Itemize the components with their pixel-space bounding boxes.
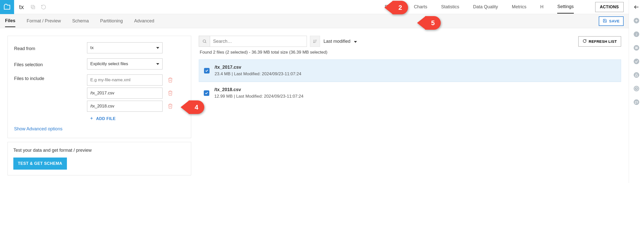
- info-icon[interactable]: i: [633, 31, 640, 37]
- svg-rect-0: [32, 6, 35, 9]
- save-button-label: SAVE: [609, 19, 620, 23]
- nav-data-quality[interactable]: Data Quality: [473, 1, 498, 13]
- file-pattern-input[interactable]: [87, 74, 163, 86]
- tab-schema[interactable]: Schema: [72, 15, 89, 27]
- files-selection-label: Files selection: [14, 61, 87, 67]
- files-to-include-label: Files to include: [14, 74, 87, 81]
- nav-statistics[interactable]: Statistics: [441, 1, 459, 13]
- sort-icon: [310, 36, 320, 47]
- sort-label: Last modified: [324, 39, 350, 44]
- chevron-down-icon: [156, 47, 159, 49]
- included-file-2[interactable]: /tx_2018.csv: [87, 101, 163, 112]
- callout-4: 4: [189, 100, 204, 114]
- svg-text:i: i: [636, 32, 637, 36]
- lab-icon[interactable]: [633, 72, 640, 78]
- refresh-icon: [583, 39, 587, 44]
- check-circle-icon[interactable]: [633, 58, 640, 65]
- callout-5: 5: [425, 16, 441, 30]
- file-name: /tx_2017.csv: [215, 65, 301, 70]
- right-sidebar: i: [629, 0, 644, 183]
- search-input[interactable]: [210, 39, 307, 44]
- file-list-status: Found 2 files (2 selected) - 36.39 MB to…: [199, 50, 621, 55]
- add-file-button[interactable]: ADD FILE: [87, 116, 185, 121]
- add-circle-icon[interactable]: [633, 17, 640, 24]
- back-arrow-icon[interactable]: [633, 4, 640, 10]
- nav-history[interactable]: H: [540, 1, 543, 13]
- svg-line-5: [205, 42, 206, 43]
- svg-rect-1: [31, 5, 34, 8]
- trash-icon[interactable]: [168, 90, 173, 96]
- sort-dropdown[interactable]: Last modified: [310, 36, 357, 47]
- actions-button[interactable]: ACTIONS: [595, 2, 624, 12]
- save-icon: [603, 19, 607, 24]
- read-from-label: Read from: [14, 45, 87, 51]
- included-file-1[interactable]: /tx_2017.csv: [87, 88, 163, 99]
- file-checkbox[interactable]: [204, 68, 210, 73]
- chevron-down-icon: [354, 39, 357, 44]
- copy-icon[interactable]: [30, 4, 36, 10]
- trash-icon[interactable]: [168, 103, 173, 109]
- test-get-schema-button[interactable]: TEST & GET SCHEMA: [13, 158, 67, 170]
- test-description: Test your data and get format / preview: [13, 148, 185, 153]
- test-panel: Test your data and get format / preview …: [8, 142, 191, 175]
- svg-point-19: [634, 59, 639, 64]
- chat-icon[interactable]: [633, 99, 640, 105]
- nav-settings[interactable]: Settings: [557, 1, 574, 14]
- trash-icon[interactable]: [168, 77, 173, 83]
- svg-point-20: [634, 72, 639, 78]
- file-meta: 12.99 MB | Last Modified: 2024/09/23-11:…: [214, 94, 303, 99]
- refresh-list-button[interactable]: REFRESH LIST: [578, 36, 621, 47]
- app-logo[interactable]: [0, 0, 14, 14]
- tab-format-preview[interactable]: Format / Preview: [27, 15, 61, 27]
- file-meta: 23.4 MB | Last Modified: 2024/09/23-11:0…: [215, 71, 301, 76]
- page-title: tx: [19, 4, 24, 11]
- file-name: /tx_2018.csv: [214, 87, 303, 92]
- file-checkbox[interactable]: [204, 90, 209, 96]
- file-row[interactable]: /tx_2017.csv 23.4 MB | Last Modified: 20…: [199, 59, 621, 82]
- add-file-label: ADD FILE: [96, 117, 116, 121]
- tab-partitioning[interactable]: Partitioning: [100, 15, 123, 27]
- topbar: tx Explore Charts Statistics Data Qualit…: [0, 0, 629, 14]
- subtabs-row: Files Format / Preview Schema Partitioni…: [0, 14, 629, 28]
- nav-charts[interactable]: Charts: [414, 1, 427, 13]
- read-from-value: tx: [90, 45, 94, 50]
- save-button[interactable]: SAVE: [599, 16, 624, 26]
- search-icon: [199, 36, 210, 47]
- chevron-down-icon: [156, 63, 159, 65]
- files-config-panel: Read from tx Files selection Explicitly …: [8, 36, 191, 138]
- read-from-select[interactable]: tx: [87, 42, 163, 53]
- clock-icon[interactable]: [633, 85, 640, 92]
- svg-point-25: [634, 99, 639, 105]
- plus-icon: [90, 116, 94, 121]
- refresh-list-label: REFRESH LIST: [589, 39, 617, 44]
- search-box: [199, 36, 307, 47]
- tab-advanced[interactable]: Advanced: [134, 15, 154, 27]
- file-row[interactable]: /tx_2018.csv 12.99 MB | Last Modified: 2…: [199, 82, 621, 104]
- nav-metrics[interactable]: Metrics: [512, 1, 526, 13]
- tab-files[interactable]: Files: [5, 15, 15, 27]
- files-selection-value: Explicitly select files: [90, 61, 128, 66]
- list-icon[interactable]: [633, 45, 640, 51]
- refresh-icon[interactable]: [41, 4, 46, 10]
- callout-2: 2: [392, 1, 408, 14]
- svg-point-4: [203, 40, 206, 43]
- show-advanced-options-link[interactable]: Show Advanced options: [14, 126, 185, 132]
- files-selection-select[interactable]: Explicitly select files: [87, 58, 163, 69]
